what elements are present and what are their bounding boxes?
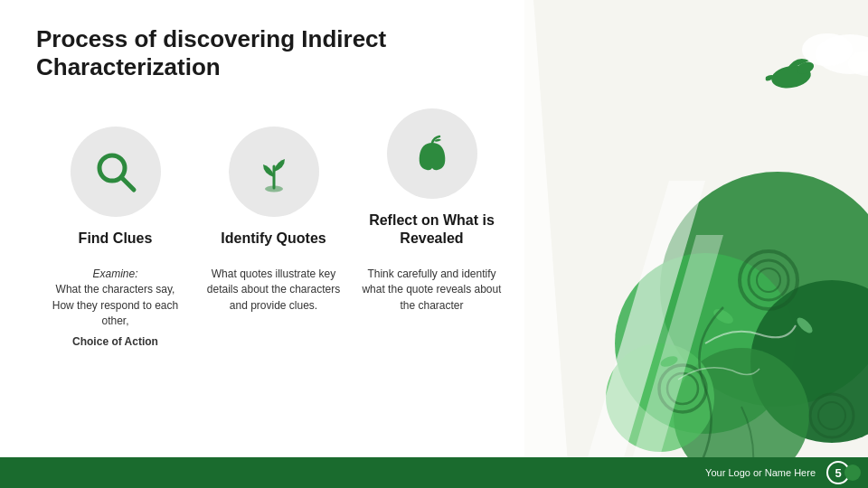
reflect-icon-circle <box>387 108 477 199</box>
slide-title: Process of discovering Indirect Characte… <box>36 25 515 81</box>
icons-row: Find Clues Identify Quotes <box>36 108 515 249</box>
main-content: Process of discovering Indirect Characte… <box>0 0 542 488</box>
find-clues-icon-circle <box>71 127 161 217</box>
plant-icon <box>250 148 297 195</box>
search-icon <box>92 148 139 195</box>
svg-point-27 <box>265 185 283 192</box>
decorative-illustration <box>524 0 868 488</box>
descriptions-row: Examine:What the characters say,How they… <box>36 267 515 351</box>
apple-icon <box>409 130 456 177</box>
find-clues-title: Find Clues <box>79 230 153 247</box>
footer: Your Logo or Name Here 5 <box>0 457 868 488</box>
find-clues-desc: Examine:What the characters say,How they… <box>36 267 194 351</box>
svg-line-25 <box>121 177 134 190</box>
svg-marker-23 <box>479 0 570 488</box>
identify-quotes-col: Identify Quotes <box>194 127 353 250</box>
svg-point-18 <box>802 33 853 66</box>
reflect-title: Reflect on What is Revealed <box>369 211 495 246</box>
identify-quotes-text: What quotes illustrate key details about… <box>202 267 345 314</box>
identify-quotes-icon-circle <box>229 127 319 217</box>
identify-quotes-desc: What quotes illustrate key details about… <box>194 267 353 351</box>
identify-quotes-title: Identify Quotes <box>221 230 326 247</box>
slash-overlay <box>479 0 570 488</box>
green-dot-decoration <box>844 465 861 481</box>
slide: Process of discovering Indirect Characte… <box>0 0 868 488</box>
footer-logo-text: Your Logo or Name Here <box>705 467 816 478</box>
choice-of-action: Choice of Action <box>43 334 187 350</box>
find-clues-col: Find Clues <box>36 127 194 250</box>
